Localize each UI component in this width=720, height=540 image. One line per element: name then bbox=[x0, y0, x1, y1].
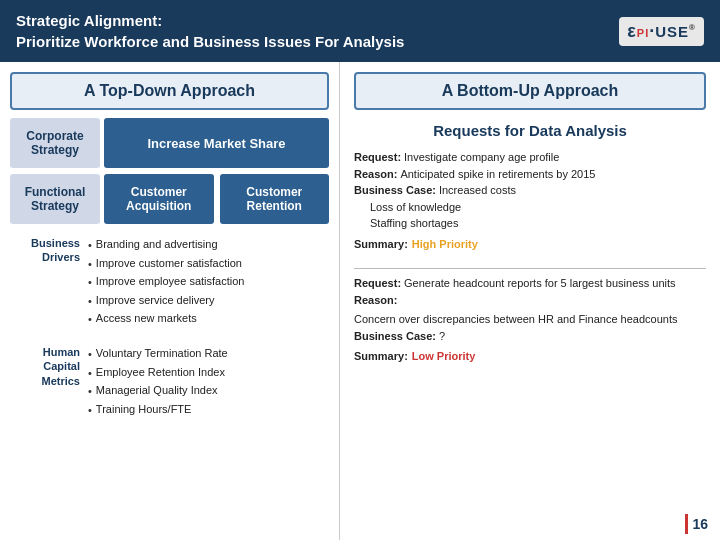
page-bar bbox=[685, 514, 688, 534]
request-label-2: Request: bbox=[354, 275, 401, 292]
strategy-labels: Corporate Strategy Functional Strategy bbox=[10, 118, 100, 224]
bullet-icon: • bbox=[88, 346, 92, 364]
request-text-1: Investigate company age profile bbox=[404, 149, 559, 166]
list-item: • Employee Retention Index bbox=[88, 364, 329, 383]
summary-line-2: Summary: Low Priority bbox=[354, 348, 706, 365]
business-drivers-section: Business Drivers • Branding and advertis… bbox=[10, 232, 329, 333]
business-case-item-1c: Staffing shortages bbox=[370, 215, 706, 232]
business-drivers-label: Business Drivers bbox=[10, 236, 80, 265]
bullet-icon: • bbox=[88, 256, 92, 274]
logo: εPI·USE® bbox=[619, 17, 704, 46]
customer-acquisition-box: Customer Acquisition bbox=[104, 174, 214, 224]
list-item: • Managerial Quality Index bbox=[88, 382, 329, 401]
corporate-strategy-label: Corporate Strategy bbox=[10, 118, 100, 168]
bullet-icon: • bbox=[88, 311, 92, 329]
list-item: • Training Hours/FTE bbox=[88, 401, 329, 420]
top-down-approach-label: A Top-Down Approach bbox=[10, 72, 329, 110]
bullet-icon: • bbox=[88, 274, 92, 292]
right-panel: A Bottom-Up Approach Requests for Data A… bbox=[340, 62, 720, 540]
business-drivers-content: • Branding and advertising • Improve cus… bbox=[88, 236, 329, 329]
summary-label-2: Summary: bbox=[354, 348, 408, 365]
main-content: A Top-Down Approach Corporate Strategy F… bbox=[0, 62, 720, 540]
header-title: Strategic Alignment: Prioritize Workforc… bbox=[16, 10, 404, 52]
header: Strategic Alignment: Prioritize Workforc… bbox=[0, 0, 720, 62]
request-label-1: Request: bbox=[354, 149, 401, 166]
list-item: • Improve employee satisfaction bbox=[88, 273, 329, 292]
list-item: • Voluntary Termination Rate bbox=[88, 345, 329, 364]
business-case-line-2: Business Case: ? bbox=[354, 328, 706, 345]
summary-priority-2: Low Priority bbox=[412, 348, 476, 365]
request-line-2: Request: Generate headcount reports for … bbox=[354, 275, 706, 292]
business-case-value-2: ? bbox=[439, 328, 445, 345]
customer-retention-box: Customer Retention bbox=[220, 174, 330, 224]
reason-text-2: Concern over discrepancies between HR an… bbox=[354, 311, 677, 328]
strategy-grid: Corporate Strategy Functional Strategy I… bbox=[10, 118, 329, 224]
requests-title: Requests for Data Analysis bbox=[354, 122, 706, 139]
reason-label-2: Reason: bbox=[354, 292, 397, 309]
page-number: 16 bbox=[692, 516, 708, 532]
bullet-icon: • bbox=[88, 402, 92, 420]
bullet-icon: • bbox=[88, 293, 92, 311]
request-text-2: Generate headcount reports for 5 largest… bbox=[404, 275, 676, 292]
list-item: • Improve customer satisfaction bbox=[88, 255, 329, 274]
reason-text-1: Anticipated spike in retirements by 2015 bbox=[400, 166, 595, 183]
human-capital-content: • Voluntary Termination Rate • Employee … bbox=[88, 345, 329, 419]
list-item: • Branding and advertising bbox=[88, 236, 329, 255]
business-case-label-1: Business Case: bbox=[354, 182, 436, 199]
reason-label-1: Reason: bbox=[354, 166, 397, 183]
left-panel: A Top-Down Approach Corporate Strategy F… bbox=[0, 62, 340, 540]
business-case-item-1b: Loss of knowledge bbox=[370, 199, 706, 216]
functional-boxes: Customer Acquisition Customer Retention bbox=[104, 174, 329, 224]
reason-line-1: Reason: Anticipated spike in retirements… bbox=[354, 166, 706, 183]
bullet-icon: • bbox=[88, 383, 92, 401]
summary-label-1: Summary: bbox=[354, 236, 408, 253]
list-item: • Improve service delivery bbox=[88, 292, 329, 311]
strategy-content: Increase Market Share Customer Acquisiti… bbox=[104, 118, 329, 224]
business-case-item-1a: Increased costs bbox=[439, 182, 516, 199]
request-line-1: Request: Investigate company age profile bbox=[354, 149, 706, 166]
business-case-indent-1: Loss of knowledge Staffing shortages bbox=[354, 199, 706, 232]
reason-line-2: Reason: Concern over discrepancies betwe… bbox=[354, 292, 706, 328]
functional-strategy-label: Functional Strategy bbox=[10, 174, 100, 224]
request-block-1: Request: Investigate company age profile… bbox=[354, 149, 706, 252]
divider bbox=[354, 268, 706, 269]
request-block-2: Request: Generate headcount reports for … bbox=[354, 275, 706, 365]
bullet-icon: • bbox=[88, 237, 92, 255]
logo-text: εPI·USE® bbox=[627, 21, 696, 42]
summary-priority-1: High Priority bbox=[412, 236, 478, 253]
list-item: • Access new markets bbox=[88, 310, 329, 329]
logo-box: εPI·USE® bbox=[619, 17, 704, 46]
bottom-up-approach-label: A Bottom-Up Approach bbox=[354, 72, 706, 110]
human-capital-label: Human Capital Metrics bbox=[10, 345, 80, 388]
human-capital-section: Human Capital Metrics • Voluntary Termin… bbox=[10, 341, 329, 423]
business-case-line-1: Business Case: Increased costs bbox=[354, 182, 706, 199]
business-case-label-2: Business Case: bbox=[354, 328, 436, 345]
increase-market-share-box: Increase Market Share bbox=[104, 118, 329, 168]
summary-line-1: Summary: High Priority bbox=[354, 236, 706, 253]
bullet-icon: • bbox=[88, 365, 92, 383]
